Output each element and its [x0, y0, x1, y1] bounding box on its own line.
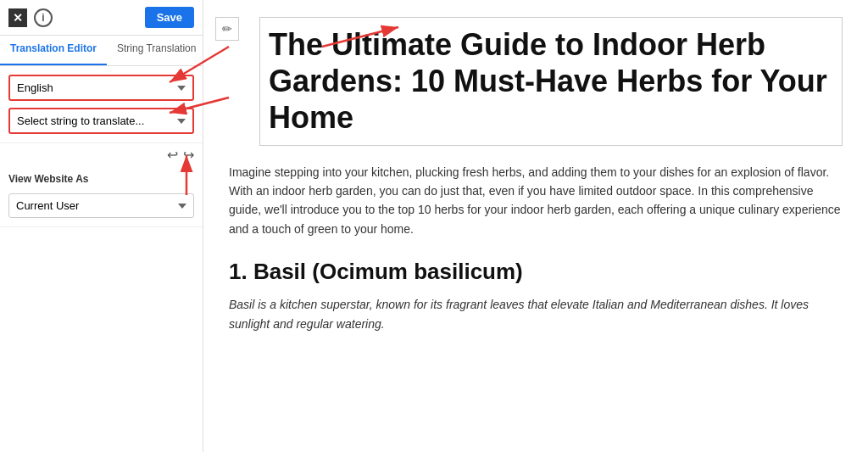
undo-redo-row: ↩ ↪ — [0, 143, 203, 166]
undo-button[interactable]: ↩ — [167, 147, 178, 163]
main-content: ✏ The Ultimate Guide to Indoor Herb Gard… — [203, 0, 868, 452]
top-bar: ✕ i Save — [0, 0, 203, 36]
tab-translation-editor[interactable]: Translation Editor — [0, 36, 107, 65]
tabs-row: Translation Editor String Translation — [0, 36, 203, 66]
view-as-dropdown[interactable]: Current User Guest Admin — [8, 193, 194, 218]
view-section-label: View Website As — [0, 166, 203, 185]
article-intro: Imagine stepping into your kitchen, pluc… — [229, 163, 843, 239]
basil-description: Basil is a kitchen superstar, known for … — [229, 295, 843, 333]
top-bar-left: ✕ i — [8, 8, 53, 27]
pencil-icon: ✏ — [222, 22, 232, 36]
view-section: View Website As Current User Guest Admin — [0, 166, 203, 227]
view-dropdown-section: Current User Guest Admin — [0, 185, 203, 227]
edit-icon-button[interactable]: ✏ — [215, 17, 239, 41]
tab-string-translation[interactable]: String Translation — [107, 36, 206, 65]
close-button[interactable]: ✕ — [8, 8, 27, 27]
language-dropdown[interactable]: English Spanish French German — [8, 75, 194, 101]
redo-button[interactable]: ↪ — [183, 147, 194, 163]
left-panel: ✕ i Save Translation Editor String Trans… — [0, 0, 203, 452]
save-button[interactable]: Save — [145, 7, 194, 28]
article-subtitle: 1. Basil (Ocimum basilicum) — [229, 259, 843, 285]
info-button[interactable]: i — [34, 8, 53, 27]
string-dropdown[interactable]: Select string to translate... — [8, 108, 194, 134]
article-title: The Ultimate Guide to Indoor Herb Garden… — [259, 17, 843, 146]
language-section: English Spanish French German Select str… — [0, 66, 203, 143]
